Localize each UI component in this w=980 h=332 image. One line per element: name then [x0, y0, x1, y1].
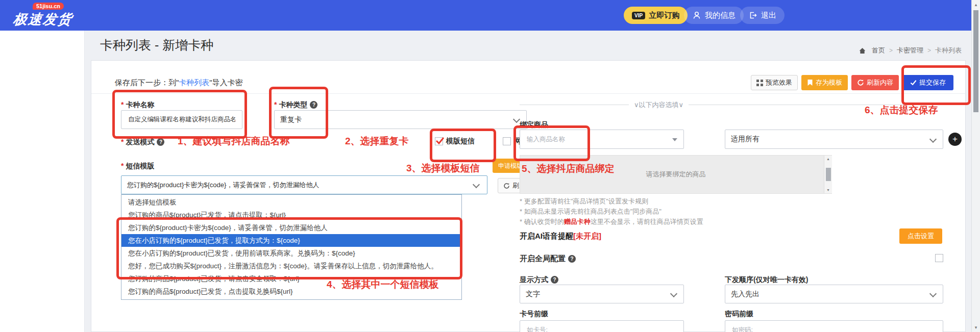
hint-text: "导入卡密	[209, 78, 242, 87]
chevron-down-icon	[513, 116, 520, 123]
annotation-text-2: 2、选择重复卡	[345, 135, 409, 148]
preview-icon	[756, 80, 763, 86]
check-icon	[910, 80, 917, 86]
bound-products-empty-text: 请选择要绑定的商品	[646, 170, 706, 179]
card-prefix-field	[520, 320, 684, 332]
sms-template-option[interactable]: 您订购的商品${product}已发货，请点击提取：${url}	[121, 209, 461, 221]
scope-select[interactable]: 适用所有	[725, 130, 943, 149]
send-mode-label: *发送模式?	[121, 138, 164, 147]
user-icon	[692, 11, 701, 20]
scroll-up-icon[interactable]: ▴	[827, 157, 829, 161]
template-sms-label: 模版短信	[446, 137, 475, 146]
breadcrumb-home-icon	[859, 47, 868, 55]
note-line-3: * 确认收货时的赠品卡种这里不会显示，请前往商品详情页设置	[520, 217, 703, 226]
breadcrumb-card-mgmt[interactable]: 卡密管理	[897, 46, 923, 55]
card-name-label: *卡种名称	[121, 100, 154, 110]
scroll-thumb[interactable]	[826, 168, 831, 181]
sms-template-option-selected[interactable]: 您在小店订购的${product}已发货，提取方式为：${code}	[121, 234, 461, 247]
card-prefix-input[interactable]	[526, 326, 678, 332]
product-box-scrollbar[interactable]: ▴ ▾	[824, 156, 832, 193]
bind-product-label: 绑定商品	[520, 120, 548, 130]
card-name-field	[121, 110, 242, 129]
bookmark-icon	[807, 79, 813, 86]
card-toolbar: 预览效果 存为模板 刷新内容 提交保存	[751, 75, 953, 90]
refresh-icon	[503, 183, 510, 189]
sms-template-label: *短信模版	[121, 162, 154, 171]
brand-logo: 极速发货	[12, 10, 74, 29]
global-config-checkbox[interactable]	[935, 254, 943, 262]
required-mark: *	[121, 138, 124, 146]
note-line-1: * 更多配置请前往"商品详情页"设置发卡规则	[520, 197, 648, 206]
hint-text: 保存后下一步：到"	[115, 78, 179, 87]
ai-voice-status: [未开启]	[573, 232, 601, 240]
dispatch-order-select[interactable]: 先入先出	[725, 285, 943, 303]
chevron-down-icon	[929, 136, 937, 143]
preview-label: 预览效果	[766, 78, 792, 87]
product-search-input[interactable]	[526, 135, 678, 143]
vip-icon: VIP	[632, 12, 645, 19]
sms-template-value: 您订购的${product}卡密为${code}，请妥善保管，切勿泄漏给他人	[127, 181, 319, 190]
checkbox-checked-icon	[435, 137, 443, 145]
logout-button[interactable]: 退出	[740, 7, 785, 24]
vip-order-label: 立即订购	[649, 11, 679, 20]
sms-template-option[interactable]: 您好，您已成功购买${product}，注册激活信息为：${code}。请妥善保…	[121, 260, 461, 272]
save-as-template-button[interactable]: 存为模板	[801, 75, 848, 90]
add-product-button[interactable]: +	[948, 133, 962, 146]
annotation-text-4: 4、选择其中一个短信模板	[327, 278, 439, 291]
app-root: 51jisu.cn 极速发货 VIP 立即订购 我的信息 退出 概况总览 商品管…	[0, 0, 980, 332]
card-prefix-label: 卡号前缀	[520, 310, 548, 319]
card-type-list-link[interactable]: 卡种列表	[179, 78, 209, 87]
sms-template-option[interactable]: 您在小店订购的${product}已发货，使用前请联系商家。兑换码为：${cod…	[121, 247, 461, 260]
annotation-text-6: 6、点击提交保存	[865, 104, 938, 117]
brand-badge: 51jisu.cn	[33, 3, 64, 10]
sms-template-option[interactable]: 请选择短信模板	[121, 196, 461, 209]
scroll-thumb[interactable]	[973, 10, 978, 112]
scroll-down-icon[interactable]: ▾	[975, 325, 977, 330]
card-type-select[interactable]: 重复卡	[274, 110, 527, 129]
global-config-label: 开启全局配置?	[520, 254, 576, 264]
display-mode-select[interactable]: 文字	[520, 285, 684, 303]
checkbox-empty-icon	[503, 137, 511, 145]
gift-card-type-highlight: 赠品卡种	[564, 218, 591, 225]
ai-voice-label: 开启AI语音提醒[未开启]	[520, 232, 601, 241]
page-scrollbar[interactable]: ▴ ▾	[971, 0, 980, 332]
scroll-up-icon[interactable]: ▴	[975, 2, 977, 7]
required-mark: *	[121, 100, 124, 109]
breadcrumb: 首页 > 卡密管理 > 卡种列表	[859, 46, 962, 55]
apply-template-label: 申请模版	[498, 162, 523, 170]
sms-template-option[interactable]: 您订购的${product}卡密为${code}，请妥善保管，切勿泄漏给他人	[121, 221, 461, 234]
breadcrumb-home[interactable]: 首页	[872, 46, 885, 55]
annotation-text-3: 3、选择模板短信	[406, 162, 480, 175]
card-header-divider	[91, 93, 965, 94]
my-info-label: 我的信息	[705, 11, 736, 20]
logout-label: 退出	[761, 11, 776, 20]
template-sms-checkbox[interactable]: 模版短信	[435, 137, 475, 146]
my-info-button[interactable]: 我的信息	[684, 7, 744, 24]
card-name-input[interactable]	[127, 116, 236, 124]
chevron-down-icon	[670, 290, 677, 297]
save-hint: 保存后下一步：到"卡种列表"导入卡密	[115, 78, 243, 88]
scroll-down-icon[interactable]: ▾	[827, 188, 829, 192]
pwd-prefix-input[interactable]	[731, 326, 937, 332]
refresh-cache-button[interactable]: 刷新内容	[851, 75, 899, 90]
pwd-prefix-label: 密码前缀	[725, 310, 753, 319]
logout-icon	[748, 11, 757, 20]
pwd-prefix-field	[725, 320, 943, 332]
required-mark: *	[274, 100, 277, 109]
card-type-value: 重复卡	[280, 115, 302, 124]
help-icon[interactable]: ?	[157, 138, 164, 146]
page-title: 卡种列表 - 新增卡种	[100, 37, 213, 54]
optional-divider-text: ∨以下内容选填∨	[629, 100, 689, 110]
product-search-field	[520, 130, 684, 149]
help-icon[interactable]: ?	[568, 255, 576, 263]
help-icon[interactable]: ?	[551, 276, 558, 284]
preview-button[interactable]: 预览效果	[751, 75, 798, 90]
help-icon[interactable]: ?	[310, 101, 317, 109]
ai-setup-button[interactable]: 点击设置	[899, 228, 942, 244]
annotation-text-1: 1、建议填写抖店商品名称	[178, 135, 290, 148]
sms-template-select[interactable]: 您订购的${product}卡密为${code}，请妥善保管，切勿泄漏给他人	[121, 175, 487, 194]
submit-save-button[interactable]: 提交保存	[902, 75, 953, 90]
vip-order-button[interactable]: VIP 立即订购	[624, 7, 688, 24]
top-header: 51jisu.cn 极速发货 VIP 立即订购 我的信息 退出	[0, 0, 980, 31]
save-as-template-label: 存为模板	[816, 78, 842, 87]
